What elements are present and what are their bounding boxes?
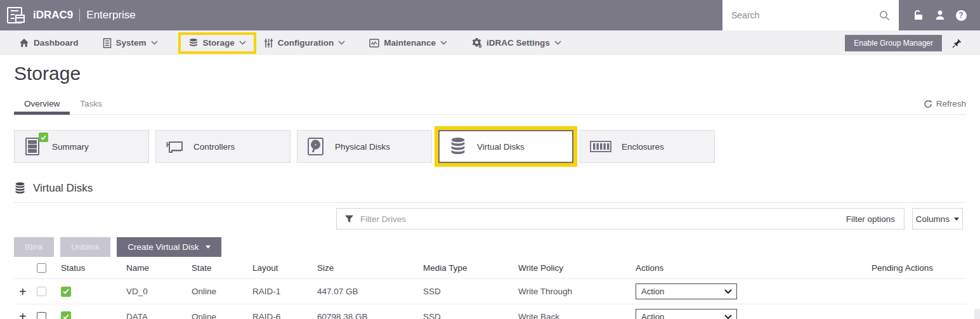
expand-row-button[interactable]: + [14,285,37,298]
col-write-policy: Write Policy [518,263,636,273]
storage-highlight-box: Storage [178,32,256,54]
brand-separator [79,9,80,22]
col-status: Status [61,263,126,273]
create-virtual-disk-button[interactable]: Create Virtual Disk [117,237,221,257]
filter-drives-box[interactable]: Filter options [336,208,905,230]
chevron-down-icon [239,41,246,45]
tab-tasks[interactable]: Tasks [70,93,112,114]
cell-layout: RAID-1 [252,287,317,296]
physical-disks-icon [307,137,324,156]
scrollbar[interactable] [974,309,980,319]
virtual-disks-icon [449,137,467,156]
chevron-down-icon [151,41,158,45]
brand: iDRAC9 Enterprise [33,9,136,22]
col-state: State [192,263,252,273]
storage-category-cards: Summary Controllers Physica [14,130,966,163]
virtual-disks-icon [14,182,26,195]
cell-name: VD_0 [126,287,192,296]
select-all-checkbox[interactable] [37,263,46,273]
refresh-button[interactable]: Refresh [924,99,966,108]
section-title: Virtual Disks [33,182,93,195]
col-pending-actions: Pending Actions [832,263,966,273]
gear-icon [471,37,482,48]
cell-size: 447.07 GB [317,287,423,296]
card-label: Summary [52,142,89,152]
row-checkbox[interactable] [37,287,46,296]
nav-item-dashboard[interactable]: Dashboard [19,38,79,48]
expand-row-button[interactable]: + [14,310,37,319]
enable-group-manager-button[interactable]: Enable Group Manager [845,35,942,51]
idrac-logo-icon [6,6,25,25]
card-label: Controllers [193,142,235,152]
card-virtual-disks[interactable]: Virtual Disks [438,130,573,163]
search-icon[interactable] [879,10,890,21]
cell-layout: RAID-6 [252,312,317,319]
cell-write-policy: Write Back [518,312,636,319]
cell-media-type: SSD [423,287,518,296]
status-ok-icon [61,287,71,297]
card-controllers[interactable]: Controllers [155,130,291,163]
cell-write-policy: Write Through [518,287,636,296]
cell-state: Online [192,287,252,296]
card-label: Physical Disks [335,142,390,152]
nav-label: Dashboard [34,38,79,48]
card-summary[interactable]: Summary [14,130,149,163]
pushpin-icon[interactable] [952,38,962,48]
table-row: + VD_0 Online RAID-1 447.07 GB SSD Write… [14,278,966,304]
search-input[interactable] [731,10,879,20]
columns-dropdown-button[interactable]: Columns [912,208,963,230]
nav-item-idrac-settings[interactable]: iDRAC Settings [471,37,561,48]
col-media-type: Media Type [423,263,518,273]
page-content: Storage Overview Tasks Refresh [0,63,980,319]
nav-item-system[interactable]: System [103,38,158,48]
refresh-label: Refresh [936,99,966,108]
filter-drives-input[interactable] [360,214,840,224]
nav-item-configuration[interactable]: Configuration [264,38,345,48]
nav-label: Storage [203,38,235,48]
help-icon[interactable]: ? [956,10,967,21]
tab-overview[interactable]: Overview [14,93,70,114]
col-name: Name [126,263,192,273]
nav-label: iDRAC Settings [487,38,550,48]
summary-ok-badge [39,133,48,142]
main-nav: Dashboard System Storage [0,30,980,55]
chevron-down-icon [338,41,345,45]
page-title: Storage [14,63,966,84]
brand-edition: Enterprise [86,9,135,22]
maintenance-icon [369,39,379,48]
nav-label: System [116,38,147,48]
tab-bar: Overview Tasks Refresh [14,93,966,115]
brand-name: iDRAC9 [33,9,73,22]
lock-open-icon[interactable] [913,10,924,21]
cell-name: DATA [126,312,192,319]
nav-item-storage[interactable]: Storage [188,38,246,48]
caret-down-icon [954,218,959,221]
columns-label: Columns [916,214,950,224]
filter-options-link[interactable]: Filter options [846,214,895,224]
table-header-row: Status Name State Layout Size Media Type… [14,257,966,278]
top-icon-strip: ? [899,10,980,21]
filter-funnel-icon [344,214,354,224]
refresh-icon [924,100,932,108]
action-select-wrap: Action [636,309,737,319]
unblink-button[interactable]: Unblink [60,237,110,257]
row-checkbox[interactable] [37,312,46,319]
cell-media-type: SSD [423,312,518,319]
search-box[interactable] [722,0,899,30]
col-size: Size [317,263,423,273]
create-virtual-disk-label: Create Virtual Disk [127,242,199,252]
top-bar: iDRAC9 Enterprise ? [0,0,980,30]
nav-label: Configuration [278,38,334,48]
blink-button[interactable]: Blink [14,237,54,257]
action-select[interactable]: Action [636,284,736,299]
user-icon[interactable] [934,10,946,21]
configuration-icon [264,38,273,48]
card-label: Virtual Disks [477,142,525,152]
nav-label: Maintenance [384,38,436,48]
card-physical-disks[interactable]: Physical Disks [297,130,432,163]
nav-item-maintenance[interactable]: Maintenance [369,38,447,48]
action-select[interactable]: Action [636,309,736,319]
col-layout: Layout [252,263,317,273]
card-enclosures[interactable]: Enclosures [580,130,715,163]
chevron-down-icon [554,41,561,45]
